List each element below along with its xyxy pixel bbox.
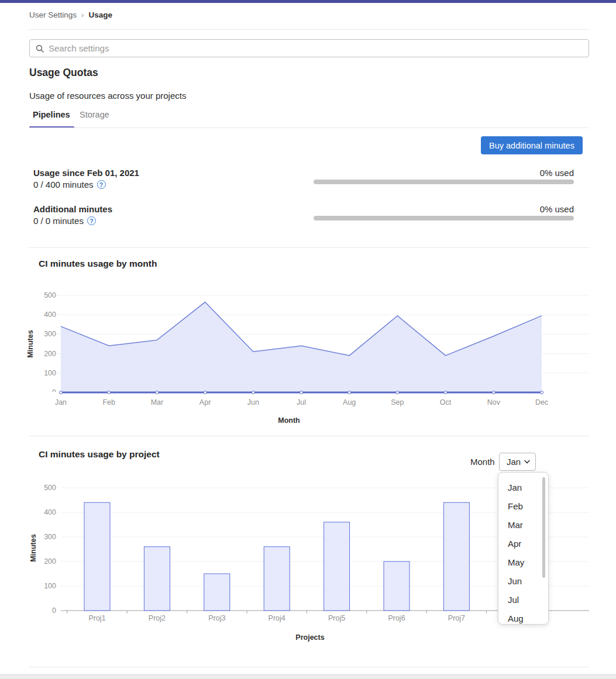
top-accent-bar xyxy=(0,0,616,3)
x-tick-label: Proj4 xyxy=(262,614,291,622)
tabs-divider xyxy=(29,127,589,128)
x-tick-label: Proj2 xyxy=(142,614,171,622)
usage-since-value: 0 / 400 minutes ? xyxy=(33,180,106,189)
section-divider xyxy=(29,436,589,436)
y-tick-label: 500 xyxy=(44,483,56,492)
breadcrumb-current: Usage xyxy=(88,11,112,19)
breadcrumb-separator-icon: › xyxy=(81,11,84,19)
month-chart-x-axis-title: Month xyxy=(260,416,318,425)
footer-divider xyxy=(29,667,589,667)
y-tick-label: 400 xyxy=(44,310,56,319)
month-option[interactable]: Feb xyxy=(498,497,548,516)
tab-storage[interactable]: Storage xyxy=(80,110,109,119)
y-tick-label: 200 xyxy=(44,349,56,359)
x-tick-label: Proj1 xyxy=(82,614,112,622)
project-chart-x-axis-title: Projects xyxy=(281,633,339,642)
month-option[interactable]: Jun xyxy=(498,572,548,591)
x-tick-label: Proj5 xyxy=(322,614,352,622)
month-select[interactable]: Jan xyxy=(499,453,536,471)
project-chart-yticks: 0100200300400500 xyxy=(27,483,56,621)
search-icon xyxy=(36,44,44,53)
y-tick-label: 300 xyxy=(44,329,56,339)
month-option[interactable]: Jul xyxy=(498,591,548,609)
month-filter-label: Month xyxy=(470,457,495,467)
additional-minutes-title: Additional minutes xyxy=(33,204,112,214)
x-tick-label: Aug xyxy=(335,398,364,406)
x-tick-label: Jul xyxy=(287,398,316,406)
x-tick-label: Feb xyxy=(94,398,123,406)
x-tick-label: Mar xyxy=(142,398,171,406)
x-tick-label: Sep xyxy=(383,398,412,406)
page-subtitle: Usage of resources across your projects xyxy=(29,91,186,101)
help-icon[interactable]: ? xyxy=(97,180,106,189)
chevron-down-icon xyxy=(524,460,530,464)
footer-strip xyxy=(0,674,616,679)
x-tick-label: Oct xyxy=(431,398,460,406)
month-option[interactable]: Mar xyxy=(498,516,548,535)
month-chart-yticks: 0100200300400500 xyxy=(27,291,56,392)
search-settings-field[interactable] xyxy=(29,39,589,57)
month-chart-svg xyxy=(56,291,589,399)
y-tick-label: 400 xyxy=(44,508,56,517)
y-tick-label: 200 xyxy=(44,557,56,566)
usage-since-title: Usage since Feb 01, 2021 xyxy=(33,168,139,178)
y-tick-label: 0 xyxy=(52,606,56,615)
page-title: Usage Quotas xyxy=(29,67,98,79)
dropdown-scrollbar[interactable] xyxy=(542,477,545,578)
breadcrumb-divider xyxy=(29,29,589,30)
month-option[interactable]: Apr xyxy=(498,535,548,553)
project-chart-title: CI minutes usage by project xyxy=(39,449,160,460)
additional-minutes-percent: 0% used xyxy=(540,204,574,214)
x-tick-label: Jan xyxy=(46,398,75,406)
month-dropdown-list: JanFebMarAprMayJunJulAug xyxy=(498,478,548,625)
additional-minutes-progress-bar xyxy=(314,216,574,220)
usage-quotas-page: User Settings › Usage Usage Quotas Usage… xyxy=(0,0,616,679)
x-tick-label: Nov xyxy=(479,398,508,406)
usage-since-percent: 0% used xyxy=(540,168,574,178)
x-tick-label: Jun xyxy=(239,398,268,406)
help-icon[interactable]: ? xyxy=(87,216,96,225)
buy-additional-minutes-button[interactable]: Buy additional minutes xyxy=(481,136,583,154)
section-divider xyxy=(29,247,589,248)
breadcrumb: User Settings › Usage xyxy=(29,11,112,19)
y-tick-label: 500 xyxy=(44,291,56,300)
y-tick-label: 100 xyxy=(44,581,56,591)
x-tick-label: Proj3 xyxy=(202,614,232,622)
month-select-value: Jan xyxy=(507,457,521,467)
additional-minutes-count: 0 / 0 minutes xyxy=(33,216,84,226)
search-input[interactable] xyxy=(49,43,583,53)
tab-pipelines[interactable]: Pipelines xyxy=(33,110,70,119)
x-tick-label: Dec xyxy=(527,398,556,406)
month-option[interactable]: May xyxy=(498,553,548,572)
y-tick-label: 0 xyxy=(52,388,56,392)
x-tick-label: Proj6 xyxy=(382,614,411,622)
month-dropdown-panel: JanFebMarAprMayJunJulAug xyxy=(498,472,549,625)
month-chart-xlabels: JanFebMarAprJunJulAugSepOctNovDec xyxy=(56,398,589,409)
y-tick-label: 300 xyxy=(44,532,56,542)
x-tick-label: Apr xyxy=(191,398,220,406)
usage-since-minutes: 0 / 400 minutes xyxy=(33,180,94,189)
breadcrumb-user-settings[interactable]: User Settings xyxy=(29,11,77,19)
month-chart-title: CI minutes usage by month xyxy=(39,258,157,269)
month-option[interactable]: Jan xyxy=(498,478,548,497)
additional-minutes-value: 0 / 0 minutes ? xyxy=(33,216,96,226)
month-option[interactable]: Aug xyxy=(498,609,548,625)
x-tick-label: Proj7 xyxy=(442,614,471,622)
usage-since-progress-bar xyxy=(314,180,574,184)
y-tick-label: 100 xyxy=(44,368,56,378)
